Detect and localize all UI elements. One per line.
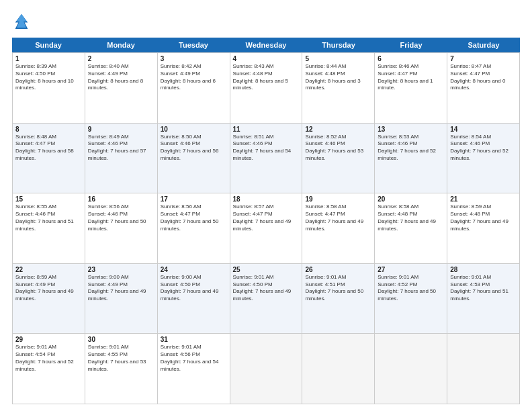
day-number: 9 xyxy=(88,126,154,133)
day-info: Sunrise: 8:59 AMSunset: 4:48 PMDaylight:… xyxy=(450,203,517,232)
day-number: 10 xyxy=(161,126,227,133)
day-info: Sunrise: 8:46 AMSunset: 4:47 PMDaylight:… xyxy=(378,63,444,92)
day-cell-17: 17Sunrise: 8:56 AMSunset: 4:47 PMDayligh… xyxy=(158,193,230,264)
day-cell-19: 19Sunrise: 8:58 AMSunset: 4:47 PMDayligh… xyxy=(302,193,375,264)
day-number: 29 xyxy=(15,336,82,343)
day-number: 20 xyxy=(378,195,444,203)
day-number: 8 xyxy=(15,126,82,133)
day-cell-11: 11Sunrise: 8:51 AMSunset: 4:46 PMDayligh… xyxy=(230,124,303,194)
day-cell-7: 7Sunrise: 8:47 AMSunset: 4:47 PMDaylight… xyxy=(447,53,520,124)
day-info: Sunrise: 8:44 AMSunset: 4:48 PMDaylight:… xyxy=(305,63,371,92)
day-cell-18: 18Sunrise: 8:57 AMSunset: 4:47 PMDayligh… xyxy=(230,193,303,264)
day-info: Sunrise: 9:01 AMSunset: 4:54 PMDaylight:… xyxy=(15,344,82,373)
day-number: 13 xyxy=(378,126,444,133)
day-number: 11 xyxy=(233,126,300,133)
day-cell-20: 20Sunrise: 8:58 AMSunset: 4:48 PMDayligh… xyxy=(375,193,447,264)
day-cell-4: 4Sunrise: 8:43 AMSunset: 4:48 PMDaylight… xyxy=(230,53,303,124)
day-info: Sunrise: 9:01 AMSunset: 4:52 PMDaylight:… xyxy=(378,274,444,303)
day-number: 16 xyxy=(88,195,154,203)
day-number: 15 xyxy=(15,195,82,203)
day-number: 30 xyxy=(88,336,154,343)
day-info: Sunrise: 8:58 AMSunset: 4:48 PMDaylight:… xyxy=(378,203,444,232)
day-cell-13: 13Sunrise: 8:53 AMSunset: 4:46 PMDayligh… xyxy=(375,124,447,194)
day-number: 18 xyxy=(233,195,300,203)
day-cell-26: 26Sunrise: 9:01 AMSunset: 4:51 PMDayligh… xyxy=(302,264,375,334)
logo xyxy=(12,12,34,31)
day-info: Sunrise: 9:01 AMSunset: 4:50 PMDaylight:… xyxy=(233,274,300,303)
day-info: Sunrise: 8:51 AMSunset: 4:46 PMDaylight:… xyxy=(233,134,300,163)
day-cell-28: 28Sunrise: 9:01 AMSunset: 4:53 PMDayligh… xyxy=(447,264,520,334)
day-info: Sunrise: 8:47 AMSunset: 4:47 PMDaylight:… xyxy=(450,63,517,92)
day-info: Sunrise: 8:58 AMSunset: 4:47 PMDaylight:… xyxy=(305,203,371,232)
day-number: 27 xyxy=(378,266,444,273)
calendar-row-4: 22Sunrise: 8:59 AMSunset: 4:49 PMDayligh… xyxy=(13,264,520,334)
day-info: Sunrise: 8:48 AMSunset: 4:47 PMDaylight:… xyxy=(15,134,82,163)
day-info: Sunrise: 8:49 AMSunset: 4:46 PMDaylight:… xyxy=(88,134,154,163)
day-info: Sunrise: 8:53 AMSunset: 4:46 PMDaylight:… xyxy=(378,134,444,163)
empty-cell xyxy=(375,334,447,404)
day-info: Sunrise: 8:56 AMSunset: 4:47 PMDaylight:… xyxy=(161,203,227,232)
day-number: 4 xyxy=(233,55,300,62)
day-info: Sunrise: 9:01 AMSunset: 4:56 PMDaylight:… xyxy=(161,344,227,373)
calendar-body: 1Sunrise: 8:39 AMSunset: 4:50 PMDaylight… xyxy=(12,52,520,404)
day-cell-9: 9Sunrise: 8:49 AMSunset: 4:46 PMDaylight… xyxy=(85,124,158,194)
day-number: 23 xyxy=(88,266,154,273)
day-cell-15: 15Sunrise: 8:55 AMSunset: 4:46 PMDayligh… xyxy=(13,193,85,264)
day-cell-10: 10Sunrise: 8:50 AMSunset: 4:46 PMDayligh… xyxy=(158,124,230,194)
day-cell-21: 21Sunrise: 8:59 AMSunset: 4:48 PMDayligh… xyxy=(447,193,520,264)
svg-marker-1 xyxy=(16,14,27,28)
day-number: 7 xyxy=(450,55,517,62)
day-cell-6: 6Sunrise: 8:46 AMSunset: 4:47 PMDaylight… xyxy=(375,53,447,124)
day-info: Sunrise: 8:50 AMSunset: 4:46 PMDaylight:… xyxy=(161,134,227,163)
day-cell-2: 2Sunrise: 8:40 AMSunset: 4:49 PMDaylight… xyxy=(85,53,158,124)
calendar-row-5: 29Sunrise: 9:01 AMSunset: 4:54 PMDayligh… xyxy=(13,334,520,404)
day-cell-12: 12Sunrise: 8:52 AMSunset: 4:46 PMDayligh… xyxy=(302,124,375,194)
calendar-row-1: 1Sunrise: 8:39 AMSunset: 4:50 PMDaylight… xyxy=(13,53,520,124)
day-cell-29: 29Sunrise: 9:01 AMSunset: 4:54 PMDayligh… xyxy=(13,334,85,404)
day-cell-14: 14Sunrise: 8:54 AMSunset: 4:46 PMDayligh… xyxy=(447,124,520,194)
header xyxy=(12,12,520,31)
day-header-saturday: Saturday xyxy=(447,38,520,52)
day-cell-31: 31Sunrise: 9:01 AMSunset: 4:56 PMDayligh… xyxy=(158,334,230,404)
day-info: Sunrise: 8:57 AMSunset: 4:47 PMDaylight:… xyxy=(233,203,300,232)
calendar-row-3: 15Sunrise: 8:55 AMSunset: 4:46 PMDayligh… xyxy=(13,193,520,264)
day-info: Sunrise: 8:40 AMSunset: 4:49 PMDaylight:… xyxy=(88,63,154,92)
day-header-monday: Monday xyxy=(85,38,157,52)
empty-cell xyxy=(230,334,303,404)
day-number: 3 xyxy=(161,55,227,62)
day-cell-1: 1Sunrise: 8:39 AMSunset: 4:50 PMDaylight… xyxy=(13,53,85,124)
day-number: 22 xyxy=(15,266,82,273)
day-number: 31 xyxy=(161,336,227,343)
day-info: Sunrise: 8:52 AMSunset: 4:46 PMDaylight:… xyxy=(305,134,371,163)
day-info: Sunrise: 9:01 AMSunset: 4:55 PMDaylight:… xyxy=(88,344,154,373)
day-cell-22: 22Sunrise: 8:59 AMSunset: 4:49 PMDayligh… xyxy=(13,264,85,334)
day-number: 17 xyxy=(161,195,227,203)
day-cell-3: 3Sunrise: 8:42 AMSunset: 4:49 PMDaylight… xyxy=(158,53,230,124)
day-number: 19 xyxy=(305,195,371,203)
day-cell-5: 5Sunrise: 8:44 AMSunset: 4:48 PMDaylight… xyxy=(302,53,375,124)
day-info: Sunrise: 8:39 AMSunset: 4:50 PMDaylight:… xyxy=(15,63,82,92)
day-number: 25 xyxy=(233,266,300,273)
day-number: 21 xyxy=(450,195,517,203)
day-number: 6 xyxy=(378,55,444,62)
day-info: Sunrise: 8:56 AMSunset: 4:46 PMDaylight:… xyxy=(88,203,154,232)
day-cell-23: 23Sunrise: 9:00 AMSunset: 4:49 PMDayligh… xyxy=(85,264,158,334)
day-cell-24: 24Sunrise: 9:00 AMSunset: 4:50 PMDayligh… xyxy=(158,264,230,334)
day-header-thursday: Thursday xyxy=(302,38,375,52)
day-number: 5 xyxy=(305,55,371,62)
page: SundayMondayTuesdayWednesdayThursdayFrid… xyxy=(0,0,532,411)
day-info: Sunrise: 8:43 AMSunset: 4:48 PMDaylight:… xyxy=(233,63,300,92)
calendar-header: SundayMondayTuesdayWednesdayThursdayFrid… xyxy=(12,38,520,52)
day-header-friday: Friday xyxy=(375,38,447,52)
day-cell-25: 25Sunrise: 9:01 AMSunset: 4:50 PMDayligh… xyxy=(230,264,303,334)
day-number: 12 xyxy=(305,126,371,133)
day-cell-27: 27Sunrise: 9:01 AMSunset: 4:52 PMDayligh… xyxy=(375,264,447,334)
day-info: Sunrise: 8:54 AMSunset: 4:46 PMDaylight:… xyxy=(450,134,517,163)
day-header-sunday: Sunday xyxy=(12,38,85,52)
empty-cell xyxy=(302,334,375,404)
day-info: Sunrise: 8:59 AMSunset: 4:49 PMDaylight:… xyxy=(15,274,82,303)
day-info: Sunrise: 9:00 AMSunset: 4:49 PMDaylight:… xyxy=(88,274,154,303)
calendar: SundayMondayTuesdayWednesdayThursdayFrid… xyxy=(12,38,520,404)
day-info: Sunrise: 9:00 AMSunset: 4:50 PMDaylight:… xyxy=(161,274,227,303)
calendar-row-2: 8Sunrise: 8:48 AMSunset: 4:47 PMDaylight… xyxy=(13,124,520,194)
